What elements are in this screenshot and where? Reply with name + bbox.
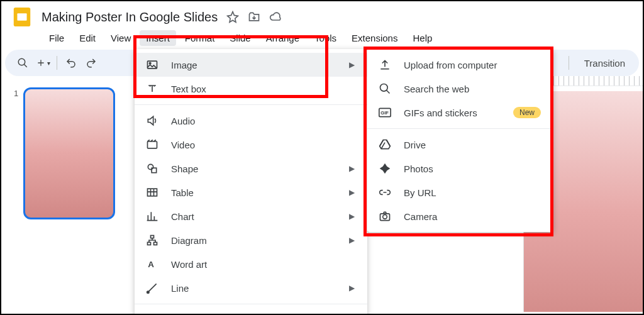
slide-thumbnail[interactable] [23, 87, 115, 219]
search-menus-button[interactable] [13, 53, 33, 73]
menu-label: Drive [404, 140, 426, 150]
image-upload-computer[interactable]: Upload from computer [367, 53, 553, 77]
menu-label: Search the web [404, 84, 469, 94]
chevron-right-icon: ▶ [349, 164, 355, 173]
search-icon [379, 82, 392, 95]
insert-line[interactable]: Line ▶ [135, 276, 367, 300]
menu-edit[interactable]: Edit [73, 30, 102, 46]
svg-point-6 [148, 164, 153, 169]
menu-label: Diagram [171, 235, 207, 246]
insert-textbox[interactable]: Text box [135, 77, 367, 101]
star-icon[interactable] [226, 11, 239, 23]
transition-button[interactable]: Transition [578, 55, 631, 71]
image-gifs-stickers[interactable]: GIF GIFs and stickers New [367, 101, 553, 124]
menu-label: Chart [171, 211, 194, 222]
toolbar-separator [57, 56, 57, 70]
menu-divider [367, 128, 553, 129]
document-title[interactable]: Making Poster In Google Slides [42, 10, 218, 25]
menu-label: Word art [171, 259, 207, 270]
menu-label: Image [171, 60, 197, 70]
chevron-right-icon: ▶ [349, 284, 355, 292]
menu-label: Line [171, 283, 189, 294]
menu-label: GIFs and stickers [404, 108, 477, 118]
insert-audio[interactable]: Audio [135, 109, 367, 133]
svg-text:GIF: GIF [380, 110, 389, 116]
menu-label: Video [171, 140, 195, 150]
insert-video[interactable]: Video [135, 133, 367, 157]
chevron-right-icon: ▶ [349, 212, 355, 221]
chevron-right-icon: ▶ [349, 188, 355, 197]
svg-point-4 [149, 62, 151, 64]
insert-wordart[interactable]: A Word art [135, 252, 367, 276]
insert-special-characters[interactable]: Ω Special characters [135, 308, 367, 315]
link-icon [379, 186, 392, 199]
cloud-status-icon[interactable] [269, 11, 282, 23]
menu-label: Table [171, 187, 194, 198]
shape-icon [146, 162, 160, 175]
menu-arrange[interactable]: Arrange [260, 30, 306, 46]
slides-logo[interactable] [10, 5, 34, 29]
line-icon [146, 282, 160, 294]
chevron-right-icon: ▶ [349, 60, 355, 69]
image-by-url[interactable]: By URL [367, 180, 553, 204]
menu-format[interactable]: Format [179, 30, 221, 46]
svg-rect-1 [17, 13, 26, 20]
svg-point-13 [147, 291, 149, 293]
audio-icon [146, 114, 160, 127]
chart-icon [146, 210, 160, 223]
insert-shape[interactable]: Shape ▶ [135, 157, 367, 180]
insert-diagram[interactable]: Diagram ▶ [135, 228, 367, 252]
svg-rect-10 [148, 242, 151, 245]
textbox-icon [146, 82, 160, 95]
svg-rect-11 [154, 242, 157, 245]
image-drive[interactable]: Drive [367, 133, 553, 157]
menu-label: Audio [171, 116, 195, 126]
diagram-icon [146, 234, 160, 246]
insert-chart[interactable]: Chart ▶ [135, 204, 367, 228]
insert-image[interactable]: Image ▶ [135, 53, 367, 77]
insert-dropdown: Image ▶ Text box Audio Video Shape ▶ Tab… [135, 49, 367, 315]
menu-view[interactable]: View [104, 30, 137, 46]
image-photos[interactable]: Photos [367, 157, 553, 180]
menu-tools[interactable]: Tools [308, 30, 343, 46]
menu-divider [135, 304, 367, 304]
svg-text:A: A [148, 260, 154, 269]
title-bar: Making Poster In Google Slides [1, 1, 643, 29]
menu-file[interactable]: File [43, 30, 70, 46]
redo-button[interactable] [81, 53, 101, 73]
menu-label: Camera [404, 211, 437, 222]
slide-number: 1 [14, 87, 18, 219]
move-icon[interactable] [248, 11, 260, 23]
image-icon [146, 58, 160, 71]
new-badge: New [513, 107, 541, 118]
wordart-icon: A [146, 258, 160, 270]
svg-point-2 [18, 58, 25, 65]
image-camera[interactable]: Camera [367, 204, 553, 228]
photos-icon [379, 162, 392, 175]
menu-extensions[interactable]: Extensions [345, 30, 404, 46]
camera-icon [379, 210, 392, 223]
drive-icon [379, 138, 392, 151]
insert-table[interactable]: Table ▶ [135, 180, 367, 204]
menu-slide[interactable]: Slide [223, 30, 257, 46]
gif-icon: GIF [379, 108, 392, 118]
image-search-web[interactable]: Search the web [367, 77, 553, 101]
filmstrip: 1 [1, 76, 133, 312]
menu-help[interactable]: Help [406, 30, 438, 46]
image-submenu: Upload from computer Search the web GIF … [367, 49, 553, 232]
svg-rect-9 [151, 236, 154, 238]
menu-bar: File Edit View Insert Format Slide Arran… [1, 29, 643, 50]
menu-insert[interactable]: Insert [140, 30, 176, 46]
chevron-right-icon: ▶ [349, 236, 355, 245]
table-icon [146, 186, 160, 199]
menu-label: Text box [171, 84, 206, 94]
new-slide-button[interactable]: ▾ [33, 53, 53, 73]
menu-label: Shape [171, 163, 198, 174]
toolbar-separator [569, 56, 569, 70]
menu-divider [135, 104, 367, 105]
undo-button[interactable] [61, 53, 81, 73]
svg-point-18 [383, 215, 387, 219]
svg-rect-5 [148, 141, 157, 148]
video-icon [146, 138, 160, 151]
menu-label: By URL [404, 187, 436, 198]
